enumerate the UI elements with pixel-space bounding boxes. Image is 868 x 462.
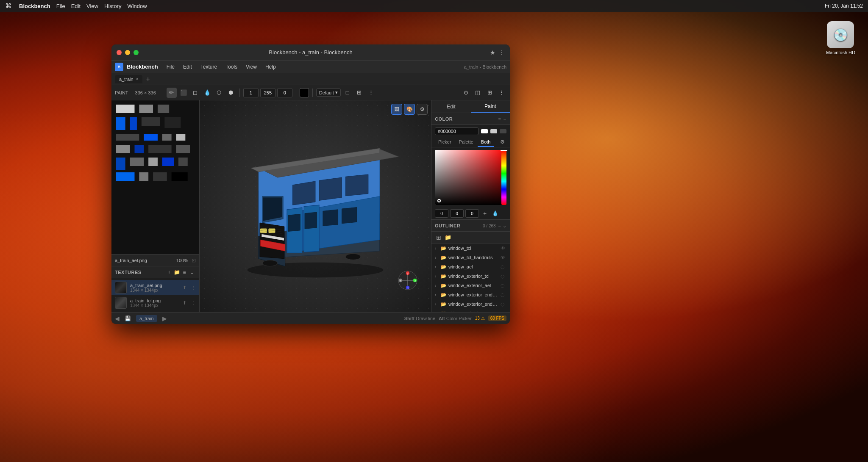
visibility-icon[interactable]: 👁 (501, 255, 506, 260)
texture-action-ael[interactable]: ⬆ (181, 284, 188, 291)
app-menu-texture[interactable]: Texture (197, 63, 220, 71)
brush-size-input[interactable] (243, 88, 259, 97)
app-menu-edit[interactable]: Edit (180, 63, 195, 71)
menubar-edit[interactable]: Edit (71, 3, 81, 9)
brush-opacity-input[interactable] (260, 88, 275, 97)
bottom-next-button[interactable]: ▶ (162, 315, 167, 322)
texture-canvas[interactable] (111, 100, 199, 254)
tool-eraser-button[interactable]: ◻ (190, 88, 200, 98)
apple-menu-icon[interactable]: ⌘ (5, 2, 11, 10)
outliner-item-window-tcl[interactable]: › 📂 window_tcl 👁 (431, 243, 510, 253)
app-menu-help[interactable]: Help (262, 63, 279, 71)
texture-item-tcl[interactable]: a_train_tcl.png 1344 × 1344px ⬆ ⋮ (111, 295, 199, 310)
color-tab-picker[interactable]: Picker (435, 138, 455, 147)
visibility-icon[interactable]: 👁 (501, 246, 506, 251)
color-gradient-container[interactable] (435, 150, 506, 205)
3d-viewport[interactable]: Y X -Y -X 🖼 🎨 ⚙ (200, 100, 431, 312)
textures-add-button[interactable]: + (165, 268, 173, 276)
app-menu-tools[interactable]: Tools (222, 63, 241, 71)
menubar-view[interactable]: View (86, 3, 98, 9)
tool-pencil-button[interactable]: ✏ (167, 88, 177, 98)
color-gear-button[interactable]: ⚙ (498, 138, 506, 146)
textures-folder-button[interactable]: 📁 (173, 268, 181, 276)
viewport-mode-paint[interactable]: 🎨 (404, 104, 415, 115)
color-tab-palette[interactable]: Palette (456, 138, 477, 147)
color-panel-menu[interactable]: ≡ (498, 116, 501, 122)
uv-mode-button[interactable]: □ (342, 88, 353, 98)
textures-menu-button[interactable]: ≡ (181, 268, 188, 276)
menubar-window[interactable]: Window (127, 3, 147, 9)
tool-smear-button[interactable]: ⬡ (214, 88, 224, 98)
tab-close-button[interactable]: × (136, 77, 139, 81)
outliner-item-window-exterior-end-ael[interactable]: › 📂 window_exterior_end_ael ◌ (431, 299, 510, 309)
window-minimize-button[interactable] (125, 50, 130, 55)
color-tab-both[interactable]: Both (478, 138, 494, 147)
outliner-item-side-panel-tcl[interactable]: › 📂 side_panel_tcl ◌ (431, 309, 510, 312)
color-g-input[interactable] (450, 209, 464, 218)
visibility-icon[interactable]: ◌ (501, 292, 506, 298)
app-menu-view[interactable]: View (242, 63, 260, 71)
texture-mode-btn[interactable]: ◫ (473, 88, 483, 98)
textures-collapse-button[interactable]: ⌄ (188, 268, 196, 276)
color-swatch-white[interactable] (481, 129, 488, 133)
viewport-mode-btn[interactable]: ⊙ (461, 88, 471, 98)
more-modes-btn[interactable]: ⋮ (496, 88, 506, 98)
color-r-input[interactable] (435, 209, 448, 218)
outliner-folder-add-button[interactable]: 📁 (444, 234, 452, 241)
bottom-save-icon[interactable]: 💾 (125, 315, 131, 321)
color-swatch-gray[interactable] (490, 129, 497, 133)
color-hex-input[interactable] (435, 127, 479, 135)
outliner-item-window-exterior-ael[interactable]: › 📂 window_exterior_ael ◌ (431, 281, 510, 290)
more-button[interactable]: ⋮ (366, 88, 376, 98)
right-tab-paint[interactable]: Paint (471, 100, 510, 113)
menubar-history[interactable]: History (104, 3, 121, 9)
visibility-icon[interactable]: ◌ (501, 264, 506, 270)
tab-a-train[interactable]: a_train × (115, 75, 142, 83)
right-tab-edit[interactable]: Edit (431, 100, 471, 113)
desktop-icon-macintosh-hd[interactable]: 💿 Macintosh HD (826, 21, 855, 55)
window-maximize-button[interactable] (134, 50, 139, 55)
color-swatch-dark[interactable] (500, 129, 506, 133)
outliner-item-window-exterior-tcl[interactable]: › 📂 window_exterior_tcl ◌ (431, 271, 510, 281)
outliner-collapse[interactable]: ⌄ (503, 223, 506, 229)
color-panel-collapse[interactable]: ⌄ (503, 116, 506, 122)
bottom-model-tab[interactable]: a_train (136, 315, 157, 322)
color-swatch-button[interactable] (300, 88, 309, 97)
app-menu-file[interactable]: File (163, 63, 178, 71)
viewport-nav-gizmo[interactable]: Y X -Y -X (397, 270, 418, 291)
outliner-add-button[interactable]: ⊞ (435, 234, 442, 241)
texture-fit-button[interactable]: ⊡ (192, 257, 196, 263)
viewport-mode-texture[interactable]: 🖼 (391, 104, 402, 115)
color-picker-area[interactable] (431, 147, 510, 207)
grid-button[interactable]: ⊞ (354, 88, 364, 98)
brush-softness-input[interactable] (277, 88, 292, 97)
mode-dropdown[interactable]: Default ▾ (316, 89, 341, 97)
window-menu-icon[interactable]: ⋮ (499, 49, 505, 56)
color-b-input[interactable] (465, 209, 479, 218)
tool-mask-button[interactable]: ⬢ (226, 88, 236, 98)
split-mode-btn[interactable]: ⊞ (484, 88, 495, 98)
tool-dropper-button[interactable]: 💧 (202, 88, 212, 98)
visibility-icon[interactable]: ◌ (501, 274, 506, 279)
color-gradient-picker[interactable] (435, 150, 506, 205)
texture-item-ael[interactable]: a_train_ael.png 1344 × 1344px ⬆ ⋮ (111, 280, 199, 295)
texture-more-tcl[interactable]: ⋮ (192, 301, 196, 305)
bottom-prev-button[interactable]: ◀ (115, 315, 120, 322)
color-hue-slider[interactable] (501, 150, 506, 205)
outliner-item-window-ael[interactable]: › 📂 window_ael ◌ (431, 262, 510, 271)
outliner-item-window-exterior-end-tcl[interactable]: › 📂 window_exterior_end_tcl ◌ (431, 290, 510, 299)
texture-action-tcl[interactable]: ⬆ (181, 299, 188, 307)
visibility-icon[interactable]: ◌ (501, 283, 506, 288)
color-add-swatch-button[interactable]: + (481, 209, 489, 218)
color-eyedropper-button[interactable]: 💧 (491, 209, 499, 218)
window-star-icon[interactable]: ★ (490, 49, 495, 56)
menubar-app-name[interactable]: Blockbench (19, 3, 50, 9)
texture-more-ael[interactable]: ⋮ (192, 285, 196, 290)
visibility-icon[interactable]: ◌ (501, 302, 506, 307)
window-close-button[interactable] (117, 50, 122, 55)
tab-add-button[interactable]: + (144, 75, 151, 83)
viewport-settings[interactable]: ⚙ (417, 104, 428, 115)
outliner-item-window-tcl-handrails[interactable]: › 📂 window_tcl_handrails 👁 (431, 253, 510, 262)
tool-fill-button[interactable]: ⬛ (178, 88, 189, 98)
outliner-menu[interactable]: ≡ (498, 223, 501, 228)
